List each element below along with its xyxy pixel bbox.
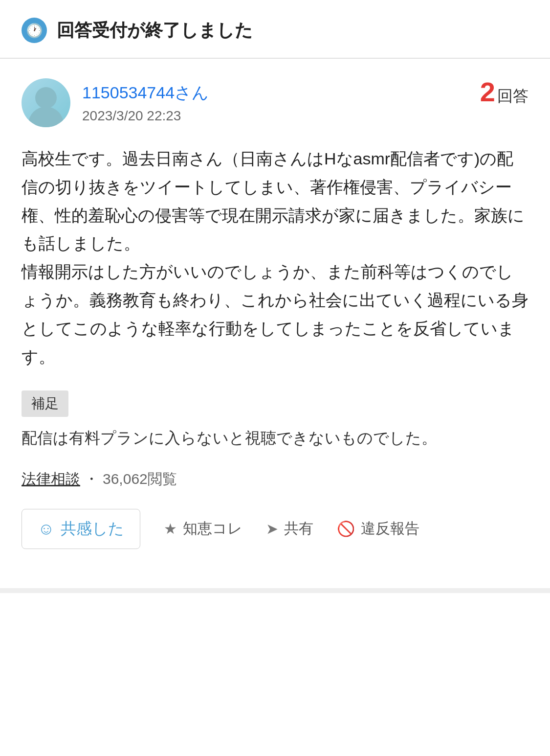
empathy-label: 共感した (61, 518, 124, 540)
question-section: 1150534744さん 2023/3/20 22:23 2 回答 高校生です。… (0, 59, 550, 569)
supplement-section: 補足 配信は有料プランに入らないと視聴できないものでした。 (22, 390, 528, 451)
share-icon: ➤ (266, 520, 278, 537)
status-bar: 🕐 回答受付が終了しました (0, 0, 550, 58)
report-icon: 🚫 (337, 520, 355, 537)
star-icon: ★ (164, 520, 177, 537)
supplement-badge: 補足 (22, 390, 68, 417)
chie-kore-label: 知恵コレ (183, 519, 242, 539)
answer-count-container: 2 回答 (480, 78, 528, 107)
username[interactable]: 1150534744さん (82, 82, 209, 104)
status-text: 回答受付が終了しました (57, 19, 253, 43)
share-button[interactable]: ➤ 共有 (266, 519, 313, 539)
action-bar: ☺ 共感した ★ 知恵コレ ➤ 共有 🚫 違反報告 (22, 505, 528, 549)
question-body: 高校生です。過去日南さん（日南さんはHなasmr配信者です)の配信の切り抜きをツ… (22, 145, 528, 371)
answer-number: 2 (480, 78, 495, 106)
report-button[interactable]: 🚫 違反報告 (337, 519, 419, 539)
answer-count-section: 2 回答 (480, 78, 528, 107)
avatar (22, 78, 70, 127)
avatar-head (35, 87, 57, 109)
avatar-body (28, 107, 64, 127)
question-header: 1150534744さん 2023/3/20 22:23 2 回答 (22, 78, 528, 127)
category-views: 法律相談 ・ 36,062閲覧 (22, 469, 528, 489)
supplement-text: 配信は有料プランに入らないと視聴できないものでした。 (22, 425, 528, 451)
avatar-person (22, 78, 70, 127)
chie-kore-button[interactable]: ★ 知恵コレ (164, 519, 242, 539)
clock-icon: 🕐 (22, 18, 47, 43)
report-label: 違反報告 (361, 519, 419, 539)
empathy-button[interactable]: ☺ 共感した (22, 509, 140, 549)
answer-label: 回答 (497, 86, 528, 107)
views-text: 36,062閲覧 (103, 469, 177, 489)
category-link[interactable]: 法律相談 (22, 469, 80, 489)
share-label: 共有 (284, 519, 313, 539)
bottom-divider (0, 588, 550, 593)
empathy-icon: ☺ (38, 519, 55, 538)
timestamp: 2023/3/20 22:23 (82, 108, 209, 124)
user-info: 1150534744さん 2023/3/20 22:23 (22, 78, 209, 127)
separator: ・ (84, 469, 99, 489)
user-details: 1150534744さん 2023/3/20 22:23 (82, 82, 209, 124)
